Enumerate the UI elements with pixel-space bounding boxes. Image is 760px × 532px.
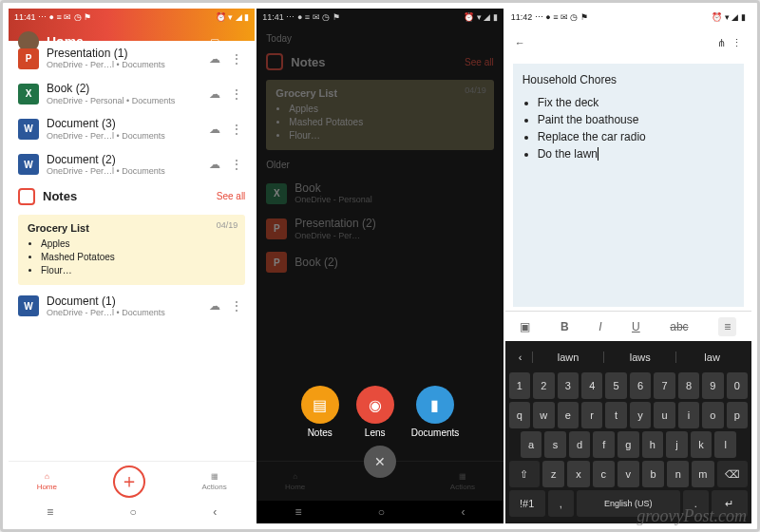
back-button[interactable]: ‹ — [213, 505, 217, 519]
key[interactable]: 1 — [509, 372, 530, 399]
key[interactable]: p — [727, 402, 748, 428]
key[interactable]: q — [509, 402, 530, 428]
enter-key[interactable]: ↵ — [712, 490, 748, 517]
camera-icon[interactable]: ▣ — [520, 320, 530, 333]
more-icon[interactable]: ⋮ — [228, 51, 245, 66]
key[interactable]: h — [642, 431, 664, 458]
fab-close[interactable]: ✕ — [364, 446, 396, 478]
note-card[interactable]: 04/19 Grocery List ApplesMashed Potatoes… — [18, 215, 245, 285]
key[interactable]: 7 — [654, 372, 674, 399]
suggestion[interactable]: law — [675, 352, 748, 363]
key[interactable]: j — [666, 431, 688, 458]
key[interactable]: 6 — [630, 372, 651, 399]
period-key[interactable]: . — [683, 490, 709, 517]
recents-button[interactable]: ≡ — [47, 505, 53, 519]
more-icon[interactable]: ⋮ — [228, 298, 245, 314]
comma-key[interactable]: , — [548, 490, 574, 517]
list-item[interactable]: XBook (2)OneDrive - Personal • Documents… — [9, 76, 255, 111]
underline-button[interactable]: U — [632, 320, 640, 333]
list-button[interactable]: ≡ — [718, 317, 736, 336]
key[interactable]: 0 — [727, 372, 748, 399]
more-icon[interactable]: ⋮ — [732, 37, 742, 48]
app-header: 11:41 ⋯ ● ≡ ✉ ◷ ⚑ ⏰ ▾ ◢ ▮ Home ▾ ▢ ⌕ — [9, 9, 255, 41]
key[interactable]: e — [558, 402, 579, 428]
key[interactable]: f — [593, 431, 615, 458]
kb-back-icon[interactable]: ‹ — [509, 352, 532, 363]
key[interactable]: 4 — [581, 372, 602, 399]
recents-button[interactable]: ≡ — [295, 505, 302, 519]
key[interactable]: 8 — [678, 372, 699, 399]
key[interactable]: l — [714, 431, 736, 458]
backspace-key[interactable]: ⌫ — [717, 461, 748, 487]
strike-button[interactable]: abc — [670, 320, 688, 333]
list-item[interactable]: WDocument (3)OneDrive - Per…l • Document… — [9, 111, 255, 146]
note-title[interactable]: Household Chores — [522, 73, 734, 86]
keyboard: ‹ lawn laws law 1234567890 qwertyuiop as… — [505, 341, 751, 523]
cloud-icon[interactable]: ☁ — [209, 87, 220, 101]
key[interactable]: n — [667, 461, 689, 487]
key[interactable]: i — [678, 402, 699, 428]
cloud-icon[interactable]: ☁ — [209, 158, 220, 171]
list-item[interactable]: PPresentation (1)OneDrive - Per…l • Docu… — [9, 41, 255, 76]
key[interactable]: y — [630, 402, 651, 428]
key[interactable]: w — [533, 402, 554, 428]
cloud-icon[interactable]: ☁ — [209, 123, 220, 136]
nav-home[interactable]: ⌂Home — [285, 472, 305, 491]
key[interactable]: z — [542, 461, 564, 487]
file-list: PPresentation (1)OneDrive - Per…l • Docu… — [9, 41, 255, 461]
symbols-key[interactable]: !#1 — [509, 490, 545, 517]
note-body[interactable]: Household Chores Fix the deck Paint the … — [513, 64, 744, 307]
share-icon[interactable]: ⋔ — [717, 37, 726, 48]
screen-note-editor: 11:42 ⋯ ● ≡ ✉ ◷ ⚑ ⏰ ▾ ◢ ▮ ← ⋔ ⋮ Househol… — [505, 9, 751, 523]
home-button[interactable]: ○ — [378, 505, 385, 519]
key[interactable]: d — [569, 431, 591, 458]
key[interactable]: a — [521, 431, 542, 458]
format-bar: ▣ B I U abc ≡ — [505, 311, 751, 341]
key[interactable]: m — [692, 461, 713, 487]
suggestion[interactable]: laws — [603, 352, 675, 363]
status-bar: 11:42 ⋯ ● ≡ ✉ ◷ ⚑ ⏰ ▾ ◢ ▮ — [505, 9, 751, 26]
excel-icon: X — [266, 183, 287, 204]
fab-documents[interactable]: ▮Documents — [411, 386, 460, 438]
key[interactable]: 2 — [533, 372, 554, 399]
key[interactable]: r — [581, 402, 602, 428]
cloud-icon[interactable]: ☁ — [209, 52, 220, 66]
more-icon[interactable]: ⋮ — [228, 122, 245, 137]
key[interactable]: v — [618, 461, 639, 487]
key[interactable]: k — [691, 431, 712, 458]
fab-notes[interactable]: ▤Notes — [301, 386, 339, 438]
fab-lens[interactable]: ◉Lens — [356, 386, 394, 438]
key[interactable]: g — [618, 431, 639, 458]
back-icon[interactable]: ← — [515, 37, 525, 48]
system-nav: ≡○‹ — [9, 501, 255, 523]
see-all-link[interactable]: See all — [217, 191, 246, 201]
nav-actions[interactable]: ▦Actions — [201, 472, 226, 491]
shift-key[interactable]: ⇧ — [509, 461, 540, 487]
key[interactable]: o — [702, 402, 723, 428]
key[interactable]: u — [654, 402, 674, 428]
home-button[interactable]: ○ — [130, 505, 137, 519]
key[interactable]: 9 — [702, 372, 723, 399]
space-key[interactable]: English (US) — [577, 490, 680, 517]
note-card: 04/19 Grocery List ApplesMashed Potatoes… — [266, 80, 493, 150]
nav-home[interactable]: ⌂Home — [37, 472, 57, 491]
fab-add[interactable]: ＋ — [113, 466, 145, 498]
italic-button[interactable]: I — [598, 320, 601, 333]
key[interactable]: c — [593, 461, 615, 487]
key[interactable]: 5 — [605, 372, 626, 399]
key[interactable]: t — [605, 402, 626, 428]
more-icon[interactable]: ⋮ — [228, 86, 245, 102]
key[interactable]: s — [544, 431, 566, 458]
key[interactable]: 3 — [558, 372, 579, 399]
key[interactable]: b — [642, 461, 664, 487]
suggestion[interactable]: lawn — [532, 352, 604, 363]
more-icon[interactable]: ⋮ — [228, 157, 245, 172]
nav-actions[interactable]: ▦Actions — [450, 472, 475, 491]
bold-button[interactable]: B — [560, 320, 569, 333]
list-item[interactable]: WDocument (2)OneDrive - Per…l • Document… — [9, 147, 255, 182]
list-item[interactable]: WDocument (1)OneDrive - Per…l • Document… — [9, 289, 255, 324]
screen-home: 11:41 ⋯ ● ≡ ✉ ◷ ⚑ ⏰ ▾ ◢ ▮ Home ▾ ▢ ⌕ PPr… — [9, 9, 255, 523]
key[interactable]: x — [567, 461, 589, 487]
cloud-icon[interactable]: ☁ — [209, 299, 220, 313]
back-button[interactable]: ‹ — [461, 505, 465, 519]
